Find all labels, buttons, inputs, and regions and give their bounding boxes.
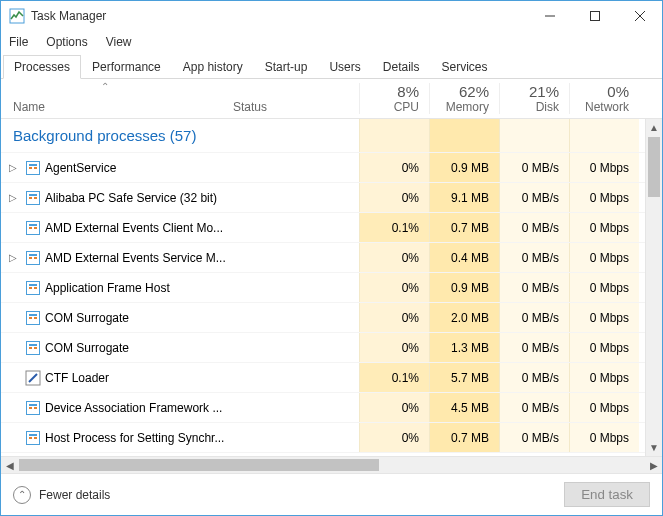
expand-icon[interactable]: ▷ [5, 162, 21, 173]
vertical-scrollbar[interactable]: ▲ ▼ [645, 119, 662, 456]
svg-rect-7 [29, 167, 32, 169]
process-status [233, 333, 359, 362]
process-network: 0 Mbps [569, 393, 639, 422]
svg-rect-28 [34, 317, 37, 319]
menu-view[interactable]: View [104, 33, 134, 51]
table-row[interactable]: AMD External Events Client Mo...0.1%0.7 … [1, 213, 645, 243]
scroll-thumb-h[interactable] [19, 459, 379, 471]
svg-rect-15 [29, 227, 32, 229]
process-memory: 0.4 MB [429, 243, 499, 272]
process-name: COM Surrogate [45, 341, 129, 355]
scroll-left-arrow-icon[interactable]: ◀ [1, 457, 18, 473]
svg-rect-16 [34, 227, 37, 229]
expand-icon[interactable]: ▷ [5, 252, 21, 263]
table-row[interactable]: COM Surrogate0%2.0 MB0 MB/s0 Mbps [1, 303, 645, 333]
process-cpu: 0% [359, 303, 429, 332]
tab-startup[interactable]: Start-up [254, 55, 319, 79]
process-status [233, 243, 359, 272]
svg-rect-21 [27, 281, 40, 294]
process-icon [25, 220, 41, 236]
table-row[interactable]: ▷AMD External Events Service M...0%0.4 M… [1, 243, 645, 273]
process-name: CTF Loader [45, 371, 109, 385]
svg-rect-2 [590, 12, 599, 21]
close-button[interactable] [617, 1, 662, 31]
svg-rect-9 [27, 191, 40, 204]
process-memory: 0.7 MB [429, 423, 499, 452]
process-icon [25, 400, 41, 416]
svg-rect-37 [29, 407, 32, 409]
table-row[interactable]: ▷AgentService0%0.9 MB0 MB/s0 Mbps [1, 153, 645, 183]
process-icon [25, 160, 41, 176]
svg-rect-5 [27, 161, 40, 174]
header-memory[interactable]: 62%Memory [429, 83, 499, 114]
process-disk: 0 MB/s [499, 153, 569, 182]
process-status [233, 423, 359, 452]
svg-rect-20 [34, 257, 37, 259]
minimize-button[interactable] [527, 1, 572, 31]
svg-rect-32 [34, 347, 37, 349]
table-row[interactable]: COM Surrogate0%1.3 MB0 MB/s0 Mbps [1, 333, 645, 363]
process-status [233, 303, 359, 332]
scroll-up-arrow-icon[interactable]: ▲ [646, 119, 662, 136]
scroll-thumb[interactable] [648, 137, 660, 197]
end-task-button[interactable]: End task [564, 482, 650, 507]
header-status[interactable]: Status [233, 100, 359, 114]
process-name: Alibaba PC Safe Service (32 bit) [45, 191, 217, 205]
process-status [233, 153, 359, 182]
group-header-background[interactable]: Background processes (57) [1, 119, 645, 153]
maximize-button[interactable] [572, 1, 617, 31]
header-network[interactable]: 0%Network [569, 83, 639, 114]
process-disk: 0 MB/s [499, 393, 569, 422]
scroll-down-arrow-icon[interactable]: ▼ [646, 439, 662, 456]
process-disk: 0 MB/s [499, 333, 569, 362]
header-disk[interactable]: 21%Disk [499, 83, 569, 114]
process-disk: 0 MB/s [499, 243, 569, 272]
fewer-details-button[interactable]: ⌃ Fewer details [13, 486, 110, 504]
process-icon [25, 430, 41, 446]
process-disk: 0 MB/s [499, 303, 569, 332]
header-name[interactable]: Name [1, 100, 233, 114]
process-icon [25, 280, 41, 296]
tab-services[interactable]: Services [430, 55, 498, 79]
process-network: 0 Mbps [569, 213, 639, 242]
horizontal-scrollbar[interactable]: ◀ ▶ [1, 456, 662, 473]
tab-details[interactable]: Details [372, 55, 431, 79]
process-icon [25, 340, 41, 356]
process-cpu: 0% [359, 393, 429, 422]
header-cpu[interactable]: 8%CPU [359, 83, 429, 114]
menu-file[interactable]: File [7, 33, 30, 51]
process-icon [25, 370, 41, 386]
expand-icon[interactable]: ▷ [5, 192, 21, 203]
tab-performance[interactable]: Performance [81, 55, 172, 79]
svg-rect-6 [29, 164, 37, 166]
tab-processes[interactable]: Processes [3, 55, 81, 79]
group-label: Background processes (57) [1, 119, 359, 152]
table-row[interactable]: Host Process for Setting Synchr...0%0.7 … [1, 423, 645, 453]
process-name: AgentService [45, 161, 116, 175]
process-cpu: 0.1% [359, 363, 429, 392]
svg-rect-13 [27, 221, 40, 234]
tab-app-history[interactable]: App history [172, 55, 254, 79]
process-network: 0 Mbps [569, 423, 639, 452]
process-memory: 0.9 MB [429, 273, 499, 302]
process-icon [25, 250, 41, 266]
svg-rect-30 [29, 344, 37, 346]
table-row[interactable]: CTF Loader0.1%5.7 MB0 MB/s0 Mbps [1, 363, 645, 393]
process-memory: 4.5 MB [429, 393, 499, 422]
app-icon [9, 8, 25, 24]
menu-options[interactable]: Options [44, 33, 89, 51]
table-row[interactable]: Application Frame Host0%0.9 MB0 MB/s0 Mb… [1, 273, 645, 303]
tab-users[interactable]: Users [318, 55, 371, 79]
process-memory: 5.7 MB [429, 363, 499, 392]
process-icon [25, 310, 41, 326]
process-name: AMD External Events Service M... [45, 251, 226, 265]
table-row[interactable]: ▷Alibaba PC Safe Service (32 bit)0%9.1 M… [1, 183, 645, 213]
svg-rect-38 [34, 407, 37, 409]
svg-rect-14 [29, 224, 37, 226]
process-cpu: 0% [359, 333, 429, 362]
scroll-right-arrow-icon[interactable]: ▶ [645, 457, 662, 473]
chevron-up-icon: ⌃ [13, 486, 31, 504]
process-cpu: 0% [359, 183, 429, 212]
title-bar: Task Manager [1, 1, 662, 31]
table-row[interactable]: Device Association Framework ...0%4.5 MB… [1, 393, 645, 423]
